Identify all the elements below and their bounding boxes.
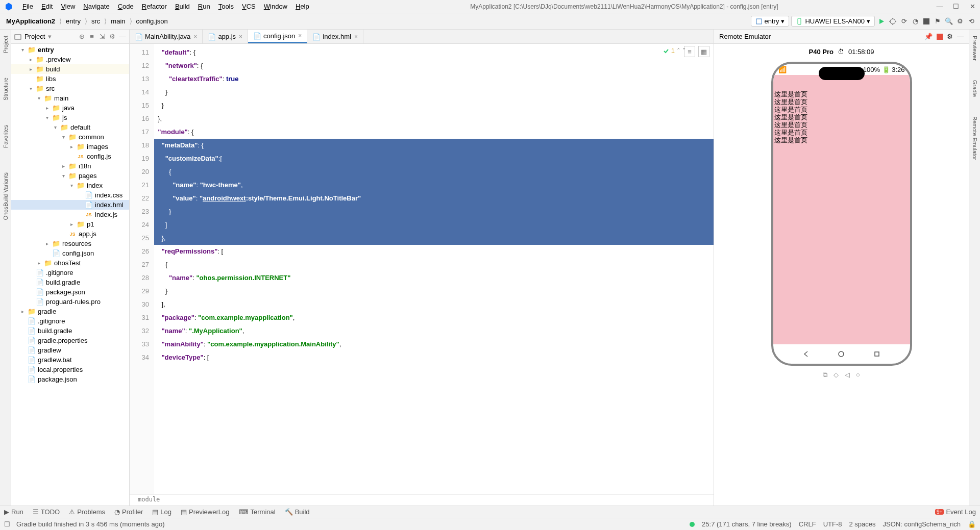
rotate-icon[interactable]: ◇ [834, 371, 839, 379]
menu-code[interactable]: Code [115, 2, 137, 11]
menu-file[interactable]: File [19, 2, 36, 11]
rail-ohosbuild-variants[interactable]: OhosBuild Variants [3, 170, 9, 222]
hide-icon[interactable]: — [119, 33, 126, 40]
event-log-button[interactable]: Event Log [946, 508, 976, 516]
menu-run[interactable]: Run [195, 2, 213, 11]
coverage-button[interactable]: ⟳ [899, 17, 909, 26]
tree-node[interactable]: 📄gradlew.bat [11, 355, 129, 365]
tree-node[interactable]: 📁libs [11, 74, 129, 84]
tree-node[interactable]: ▾📁entry [11, 45, 129, 55]
breadcrumb-item[interactable]: main [109, 16, 127, 26]
close-icon[interactable]: × [354, 33, 358, 40]
tab-config-json[interactable]: 📄config.json× [248, 30, 307, 43]
chevron-down-icon[interactable]: ▾ [48, 33, 52, 40]
tree-node[interactable]: 📄package.json [11, 374, 129, 384]
tree-node[interactable]: ▸📁gradle [11, 307, 129, 316]
tree-node[interactable]: 📄build.gradle [11, 277, 129, 287]
record-icon[interactable]: ○ [856, 371, 860, 379]
breadcrumb-item[interactable]: config.json [134, 16, 170, 26]
tree-node[interactable]: 📄.gitignore [11, 316, 129, 326]
prev-icon[interactable]: ˄ [677, 47, 680, 55]
stop-emulator-button[interactable] [937, 34, 943, 40]
tree-node[interactable]: ▸📁ohosTest [11, 258, 129, 268]
phone-content[interactable]: 这里是首页这里是首页这里是首页这里是首页这里是首页这里是首页这里是首页 [773, 75, 910, 344]
tree-node[interactable]: 📄config.json [11, 248, 129, 258]
pin-icon[interactable]: 📌 [924, 33, 933, 40]
tree-node[interactable]: ▾📁js [11, 113, 129, 122]
tree-node[interactable]: ▸📁.preview [11, 55, 129, 64]
indent[interactable]: 2 spaces [849, 520, 876, 528]
sync-button[interactable]: ⟲ [967, 17, 976, 26]
tree-node[interactable]: 📄index.hml [11, 200, 129, 210]
collapse-icon[interactable]: ≡ [88, 33, 95, 40]
profiler-button[interactable]: ◔ [911, 17, 920, 26]
tree-node[interactable]: 📄gradlew [11, 345, 129, 355]
run-config-dropdown[interactable]: entry ▾ [751, 16, 790, 27]
tree-node[interactable]: ▾📁default [11, 122, 129, 132]
editor-body[interactable]: ≡ ▦ 1 ˄ ˅ 111213141516171819202122232425… [130, 44, 714, 494]
device-dropdown[interactable]: HUAWEI ELS-AN00 ▾ [791, 16, 875, 27]
tree-node[interactable]: ▸📁java [11, 103, 129, 113]
gear-icon[interactable]: ⚙ [947, 33, 953, 40]
tree-node[interactable]: ▾📁common [11, 132, 129, 142]
minimize-button[interactable]: — [936, 3, 943, 10]
debug-button[interactable] [888, 17, 897, 26]
run-button[interactable] [877, 17, 886, 26]
tree-node[interactable]: ▾📁main [11, 93, 129, 103]
expand-icon[interactable]: ⇲ [99, 33, 106, 40]
tree-node[interactable]: 📄gradle.properties [11, 336, 129, 345]
attach-button[interactable]: ⚑ [933, 17, 942, 26]
tree-node[interactable]: 📄proguard-rules.pro [11, 297, 129, 307]
home-button[interactable] [837, 349, 846, 359]
search-button[interactable]: 🔍 [944, 17, 953, 26]
menu-view[interactable]: View [58, 2, 78, 11]
close-icon[interactable]: × [193, 33, 197, 40]
tree-node[interactable]: ▸📁p1 [11, 219, 129, 229]
toolwindow-build[interactable]: 🔨Build [285, 508, 310, 516]
menu-navigate[interactable]: Navigate [80, 2, 112, 11]
tree-node[interactable]: ▾📁src [11, 84, 129, 93]
rail-project[interactable]: Project [3, 34, 9, 55]
tab-MainAbility-java[interactable]: 📄MainAbility.java× [130, 30, 203, 43]
target-icon[interactable]: ⊕ [78, 33, 85, 40]
inspections-widget[interactable]: 1 ˄ ˅ [663, 47, 686, 55]
rail-structure[interactable]: Structure [3, 75, 9, 103]
schema[interactable]: JSON: configSchema_rich [883, 520, 961, 528]
menu-refactor[interactable]: Refactor [139, 2, 170, 11]
tree-node[interactable]: ▸📁images [11, 142, 129, 152]
tree-node[interactable]: JSconfig.js [11, 152, 129, 161]
tree-node[interactable]: ▸📁resources [11, 239, 129, 248]
menu-vcs[interactable]: VCS [239, 2, 259, 11]
breadcrumb-item[interactable]: src [89, 16, 102, 26]
maximize-button[interactable]: ☐ [952, 3, 960, 10]
tree-node[interactable]: 📄local.properties [11, 365, 129, 374]
lock-icon[interactable]: 🔒 [968, 520, 976, 528]
menu-edit[interactable]: Edit [38, 2, 56, 11]
tree-node[interactable]: ▾📁index [11, 181, 129, 190]
toolwindow-todo[interactable]: ☰TODO [33, 508, 60, 516]
tree-node[interactable]: ▸📁build [11, 64, 129, 74]
toolwindow-log[interactable]: ▤Log [152, 508, 172, 516]
tree-node[interactable]: 📄package.json [11, 287, 129, 297]
stop-button[interactable] [922, 17, 931, 26]
project-tree[interactable]: ▾📁entry▸📁.preview▸📁build📁libs▾📁src▾📁main… [11, 44, 129, 506]
encoding[interactable]: UTF-8 [823, 520, 842, 528]
next-icon[interactable]: ˅ [682, 47, 686, 55]
tree-node[interactable]: 📄index.css [11, 190, 129, 200]
rail-remote-emulator[interactable]: Remote Emulator [972, 114, 978, 162]
toolwindow-previewerlog[interactable]: ▤PreviewerLog [181, 508, 230, 516]
recent-button[interactable] [872, 349, 881, 359]
tree-node[interactable]: 📄build.gradle [11, 326, 129, 336]
rail-gradle[interactable]: Gradle [972, 78, 978, 99]
back-button[interactable] [801, 349, 811, 359]
settings-button[interactable]: ⚙ [955, 17, 965, 26]
close-icon[interactable]: × [298, 32, 302, 39]
screenshot-icon[interactable]: ⧉ [823, 371, 827, 379]
tab-index-hml[interactable]: 📄index.hml× [307, 30, 363, 43]
menu-help[interactable]: Help [292, 2, 312, 11]
project-title[interactable]: Project [24, 33, 45, 40]
editor-breadcrumb[interactable]: module [130, 494, 714, 506]
breadcrumb-item[interactable]: MyApplication2 [4, 16, 57, 26]
tab-app-js[interactable]: 📄app.js× [203, 30, 248, 43]
menu-build[interactable]: Build [172, 2, 193, 11]
